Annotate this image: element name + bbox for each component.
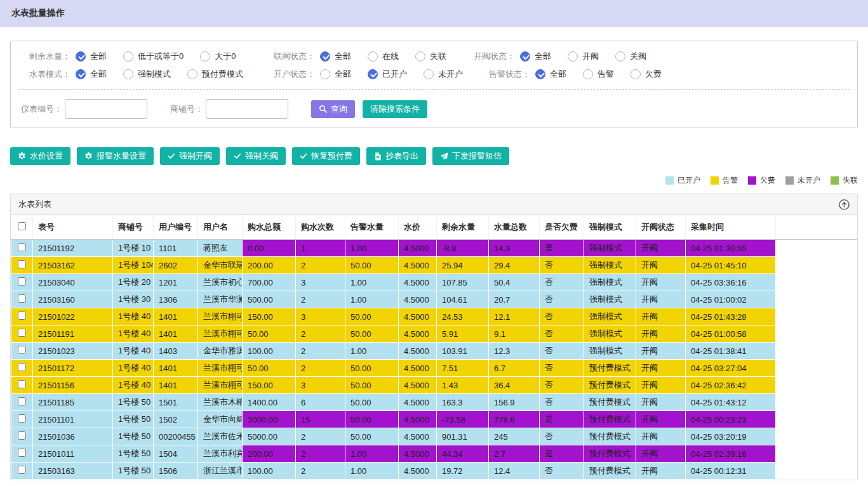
radio-option[interactable]: 已开户 bbox=[368, 69, 407, 80]
action-button-label: 强制开阀 bbox=[179, 150, 212, 162]
cell-remaining-volume: -8.8 bbox=[437, 240, 489, 257]
collapse-panel-icon[interactable] bbox=[839, 199, 850, 210]
shop-no-input[interactable] bbox=[206, 99, 288, 119]
cell-user-name: 金华市雅淇 bbox=[198, 343, 243, 360]
cell-purchase-count: 2 bbox=[296, 291, 345, 308]
send-alarm-sms-button[interactable]: 下发报警短信 bbox=[432, 147, 509, 165]
app-header: 水表批量操作 bbox=[0, 0, 868, 27]
row-checkbox[interactable] bbox=[18, 346, 26, 354]
cell-collect-time: 04-25 02:39:16 bbox=[686, 445, 776, 463]
radio-checked-icon bbox=[76, 69, 86, 79]
row-checkbox[interactable] bbox=[18, 414, 26, 423]
filter-group: 开阀状态：全部开阀关阀 bbox=[464, 51, 663, 62]
radio-unchecked-icon bbox=[123, 69, 133, 79]
meter-no-input[interactable] bbox=[65, 99, 147, 119]
cell-remaining-volume: 1.43 bbox=[437, 377, 489, 394]
select-all-checkbox[interactable] bbox=[18, 222, 26, 230]
water-price-setting-button[interactable]: 水价设置 bbox=[10, 147, 70, 165]
cell-remaining-volume: 104.61 bbox=[437, 291, 489, 308]
cell-alarm-volume: 50.00 bbox=[345, 257, 399, 274]
radio-option[interactable]: 开阀 bbox=[568, 51, 599, 62]
radio-option[interactable]: 未开户 bbox=[424, 69, 463, 80]
search-row: 仪表编号： 商铺号： 查询 清除搜索条件 bbox=[11, 99, 857, 119]
cell-collect-time: 04-25 01:38:41 bbox=[686, 343, 776, 360]
cell-water-price: 4.5000 bbox=[399, 463, 437, 480]
radio-option-label: 全部 bbox=[90, 69, 107, 80]
cell-user-no: 1501 bbox=[154, 394, 198, 411]
row-checkbox[interactable] bbox=[18, 466, 26, 474]
search-button[interactable]: 查询 bbox=[311, 100, 355, 118]
cell-meter-mode: 预付费模式 bbox=[584, 428, 636, 445]
row-checkbox[interactable] bbox=[18, 363, 26, 371]
radio-unchecked-icon bbox=[187, 69, 197, 79]
cell-purchase-total: 700.00 bbox=[243, 274, 296, 291]
radio-option-label: 在线 bbox=[382, 51, 399, 62]
force-open-valve-button[interactable]: 强制开阀 bbox=[160, 147, 220, 165]
restore-prepaid-button[interactable]: 恢复预付费 bbox=[292, 147, 360, 165]
radio-option[interactable]: 在线 bbox=[368, 51, 399, 62]
legend-item: 欠费 bbox=[748, 175, 775, 186]
row-checkbox[interactable] bbox=[18, 380, 26, 388]
row-checkbox[interactable] bbox=[18, 329, 26, 337]
radio-option[interactable]: 大于0 bbox=[200, 51, 236, 62]
cell-remaining-volume: 901.31 bbox=[437, 428, 489, 445]
row-checkbox[interactable] bbox=[18, 260, 26, 268]
meter-reading-export-button[interactable]: 抄表导出 bbox=[366, 147, 426, 165]
cell-meter-no: 21501022 bbox=[33, 308, 113, 325]
row-checkbox[interactable] bbox=[18, 277, 26, 286]
row-checkbox[interactable] bbox=[18, 431, 26, 440]
radio-option[interactable]: 欠费 bbox=[631, 69, 662, 80]
radio-unchecked-icon bbox=[631, 69, 641, 79]
row-checkbox[interactable] bbox=[18, 294, 26, 303]
radio-option[interactable]: 告警 bbox=[583, 69, 614, 80]
row-checkbox-cell bbox=[11, 411, 33, 428]
radio-option[interactable]: 失联 bbox=[415, 51, 446, 62]
force-close-valve-button[interactable]: 强制关阀 bbox=[226, 147, 286, 165]
cell-purchase-count: 6 bbox=[296, 394, 345, 411]
cell-user-no: 1201 bbox=[154, 274, 198, 291]
cell-meter-no: 21501185 bbox=[33, 394, 113, 411]
cell-is-arrears: 否 bbox=[540, 325, 584, 343]
cell-purchase-total: 200.00 bbox=[243, 445, 296, 463]
cell-purchase-total: 50.00 bbox=[243, 325, 296, 343]
alarm-volume-setting-button[interactable]: 报警水量设置 bbox=[77, 147, 154, 165]
row-checkbox[interactable] bbox=[18, 397, 26, 405]
shop-no-label: 商铺号： bbox=[170, 103, 203, 115]
cell-total-volume: 50.4 bbox=[489, 274, 540, 291]
row-checkbox-cell bbox=[11, 308, 33, 325]
cell-user-name: 兰溪市木榕 bbox=[198, 394, 243, 411]
clear-search-button[interactable]: 清除搜索条件 bbox=[363, 100, 427, 118]
cell-valve-status: 开阀 bbox=[636, 325, 686, 343]
cell-meter-mode: 强制模式 bbox=[584, 325, 636, 343]
row-checkbox-cell bbox=[11, 428, 33, 445]
row-checkbox-cell bbox=[11, 257, 33, 274]
radio-option[interactable]: 全部 bbox=[320, 51, 351, 62]
cell-water-price: 4.5000 bbox=[399, 428, 437, 445]
cell-collect-time: 04-25 03:20:19 bbox=[686, 428, 776, 445]
radio-option[interactable]: 强制模式 bbox=[123, 69, 171, 80]
filter-row: 水表模式：全部强制模式预付费模式开户状态：全部已开户未开户告警状态：全部告警欠费 bbox=[11, 65, 857, 83]
radio-option[interactable]: 低于或等于0 bbox=[123, 51, 184, 62]
radio-option[interactable]: 预付费模式 bbox=[187, 69, 243, 80]
row-checkbox[interactable] bbox=[18, 312, 26, 320]
radio-option[interactable]: 全部 bbox=[76, 51, 107, 62]
radio-checked-icon bbox=[76, 51, 86, 62]
row-checkbox[interactable] bbox=[18, 243, 26, 251]
cell-meter-mode: 预付费模式 bbox=[584, 463, 636, 480]
cell-purchase-total: 200.00 bbox=[243, 257, 296, 274]
cell-remaining-volume: 19.72 bbox=[437, 463, 489, 480]
radio-unchecked-icon bbox=[568, 51, 578, 62]
radio-option[interactable]: 全部 bbox=[535, 69, 566, 80]
cell-meter-no: 21503040 bbox=[33, 274, 113, 291]
radio-option-label: 大于0 bbox=[215, 51, 236, 62]
cell-meter-mode: 预付费模式 bbox=[584, 377, 636, 394]
radio-option[interactable]: 全部 bbox=[76, 69, 107, 80]
table-row: 215031621号楼 1042602金华市联瑞200.00250.004.50… bbox=[11, 257, 857, 274]
cell-purchase-total: 3000.00 bbox=[243, 411, 296, 428]
cell-valve-status: 开阀 bbox=[636, 360, 686, 377]
row-checkbox[interactable] bbox=[18, 449, 26, 457]
cell-meter-mode: 强制模式 bbox=[584, 308, 636, 325]
radio-option[interactable]: 关阀 bbox=[615, 51, 646, 62]
radio-option[interactable]: 全部 bbox=[520, 51, 551, 62]
radio-option[interactable]: 全部 bbox=[320, 69, 351, 80]
